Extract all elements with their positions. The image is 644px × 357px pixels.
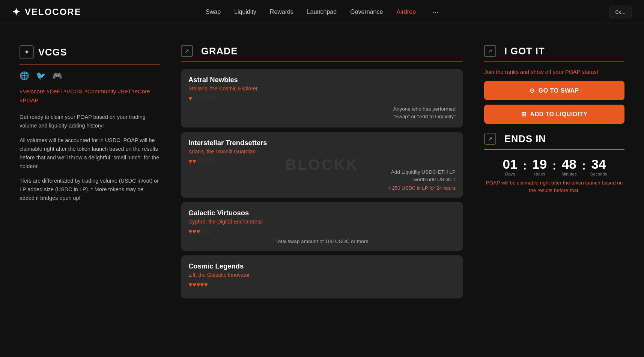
nav-item-governance[interactable]: Governance [350, 9, 383, 15]
countdown: 01 Days : 19 Hours : 48 Minutes : 34 Sec… [484, 157, 624, 176]
countdown-sep3: : [580, 159, 587, 176]
vcgs-desc1: Get ready to claim your POAP based on yo… [20, 113, 160, 130]
countdown-hours: 19 Hours [528, 157, 551, 176]
nav-more[interactable]: ··· [429, 8, 438, 16]
countdown-sep2: : [551, 159, 558, 176]
nav-links: Swap Liquidity Rewards Launchpad Governa… [206, 8, 438, 16]
nav-item-swap[interactable]: Swap [206, 9, 221, 15]
igotit-title: I GOT IT [504, 46, 545, 57]
igotit-divider [484, 62, 624, 62]
countdown-days: 01 Days [499, 157, 521, 176]
liquidity-btn-label: ADD TO LIQUIDITY [530, 111, 587, 118]
grade-desc-interstellar: Add Liquidity USDC-ETH LPworth 500 USDC … [188, 168, 456, 184]
ends-in-note: POAP will be claimable right after the t… [484, 179, 624, 195]
grade-desc-galactic: Total swap amount of 100 USDC or more [188, 238, 456, 244]
grade-card-astral: Astral Newbies Stellaris, the Cosmic Exp… [181, 69, 463, 128]
add-to-liquidity-button[interactable]: ⊞ ADD TO LIQUIDITY [484, 105, 624, 124]
vcgs-divider [20, 64, 160, 64]
grade-hearts-cosmic: ♥♥♥♥♥ [188, 281, 456, 289]
discord-icon[interactable]: 🎮 [53, 71, 62, 80]
vcgs-title: VCGS [38, 47, 67, 58]
grade-hearts-interstellar: ♥♥♡♡♡ [188, 158, 456, 165]
wallet-button[interactable]: 0x... [609, 6, 632, 18]
ends-in-arrow-icon: ↗ [484, 133, 496, 145]
logo-icon: ✦ [12, 6, 21, 18]
logo-text: VELOCORE [25, 7, 81, 17]
swap-btn-label: GO TO SWAP [539, 87, 579, 94]
grade-hearts-astral: ♥♡♡♡♡ [188, 94, 456, 102]
nav-item-launchpad[interactable]: Launchpad [307, 9, 337, 15]
grade-name-astral: Astral Newbies [188, 76, 456, 84]
nav-item-rewards[interactable]: Rewards [270, 9, 293, 15]
nav-item-liquidity[interactable]: Liquidity [234, 9, 256, 15]
grade-card-galactic: Galactic Virtuosos Cyphra, the Digital E… [181, 202, 463, 251]
ends-in-section: ↗ ENDS IN 01 Days : 19 Hours : 48 Minute… [484, 133, 624, 195]
countdown-seconds: 34 Seconds [587, 157, 610, 176]
grade-name-galactic: Galactic Virtuosos [188, 209, 456, 217]
countdown-sep1: : [521, 159, 528, 176]
grade-title: GRADE [201, 46, 238, 57]
grade-subtitle-galactic: Cyphra, the Digital Enchantress [188, 219, 456, 225]
grade-arrow-icon: ↗ [181, 45, 193, 57]
igotit-arrow-icon: ↗ [484, 45, 496, 57]
go-to-swap-button[interactable]: ⊙ GO TO SWAP [484, 81, 624, 100]
grade-note-interstellar: ↑ 250 USDC in LP for 24 hours [188, 185, 456, 191]
liquidity-btn-icon: ⊞ [521, 111, 527, 118]
grade-name-cosmic: Cosmic Legends [188, 262, 456, 270]
grade-card-interstellar: BLOCKK Interstellar Trendsetters Ariana,… [181, 132, 463, 198]
ends-in-title: ENDS IN [504, 134, 546, 144]
grade-card-cosmic: Cosmic Legends Lift, the Galactic Innova… [181, 255, 463, 298]
grade-name-interstellar: Interstellar Trendsetters [188, 139, 456, 147]
vcgs-tags: #Velocore #DeFi #VCGS #Community #BeTheC… [20, 87, 160, 105]
countdown-minutes: 48 Minutes [558, 157, 580, 176]
vcgs-header: ✦ VCGS [20, 45, 160, 59]
grade-panel: ↗ GRADE Astral Newbies Stellaris, the Co… [170, 36, 474, 312]
ends-in-header: ↗ ENDS IN [484, 133, 624, 145]
twitter-icon[interactable]: 🐦 [36, 71, 46, 80]
grade-subtitle-cosmic: Lift, the Galactic Innovator [188, 272, 456, 278]
grade-hearts-galactic: ♥♥♥♡♡ [188, 228, 456, 236]
globe-icon[interactable]: 🌐 [20, 71, 29, 80]
right-panel: ↗ I GOT IT Join the ranks and show off y… [474, 36, 635, 312]
vcgs-desc3: Tiers are differentiated by trading volu… [20, 177, 160, 202]
vcgs-desc2: All volumes will be accounted for in USD… [20, 136, 160, 171]
swap-btn-icon: ⊙ [530, 87, 535, 94]
grade-divider [181, 62, 463, 62]
vcgs-icon-box: ✦ [20, 45, 34, 59]
social-icons: 🌐 🐦 🎮 [20, 71, 160, 80]
grade-subtitle-interstellar: Ariana, the Moonlit Guardian [188, 148, 456, 154]
vcgs-icon: ✦ [24, 48, 30, 56]
left-panel: ✦ VCGS 🌐 🐦 🎮 #Velocore #DeFi #VCGS #Comm… [9, 36, 170, 312]
logo: ✦ VELOCORE [12, 6, 81, 18]
grade-desc-astral: Anyone who has performed"Swap" or "Add t… [188, 105, 456, 121]
igotit-section: ↗ I GOT IT Join the ranks and show off y… [484, 45, 624, 124]
main-content: ✦ VCGS 🌐 🐦 🎮 #Velocore #DeFi #VCGS #Comm… [0, 24, 644, 324]
grade-header: ↗ GRADE [181, 45, 463, 57]
igotit-subtitle: Join the ranks and show off your POAP st… [484, 69, 624, 75]
nav-item-airdrop[interactable]: Airdrop [396, 9, 416, 15]
igotit-header: ↗ I GOT IT [484, 45, 624, 57]
navbar: ✦ VELOCORE Swap Liquidity Rewards Launch… [0, 0, 644, 24]
grade-subtitle-astral: Stellaris, the Cosmic Explorer [188, 86, 456, 92]
ends-in-divider [484, 149, 624, 150]
